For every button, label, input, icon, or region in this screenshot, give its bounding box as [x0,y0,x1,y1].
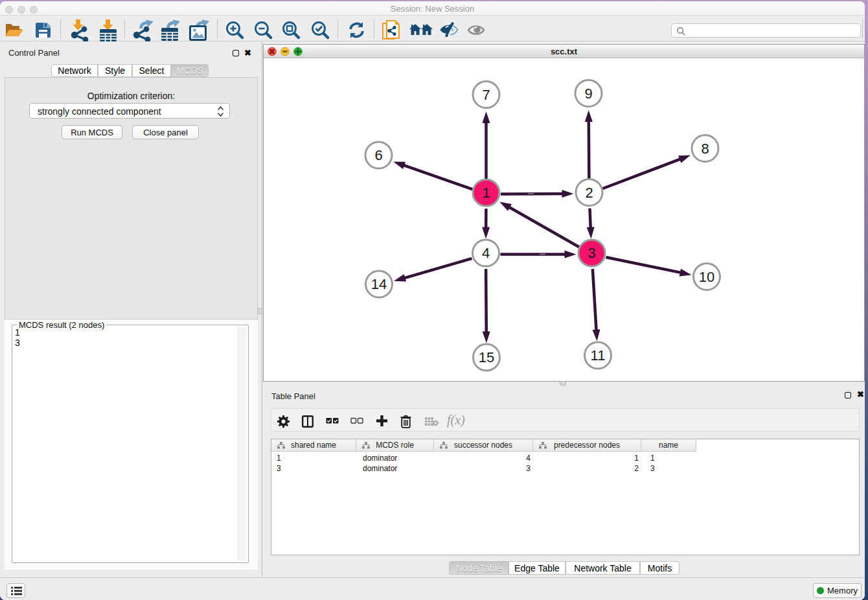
svg-text:2: 2 [585,185,593,201]
svg-text:1: 1 [482,185,490,201]
svg-text:10: 10 [699,269,714,285]
svg-text:4: 4 [482,245,490,261]
svg-text:15: 15 [479,349,494,365]
svg-text:3: 3 [588,245,595,261]
svg-text:9: 9 [584,86,592,102]
svg-text:8: 8 [701,141,709,157]
svg-text:7: 7 [482,87,490,103]
svg-text:14: 14 [371,276,387,292]
svg-text:6: 6 [374,147,382,163]
svg-text:11: 11 [591,347,606,363]
